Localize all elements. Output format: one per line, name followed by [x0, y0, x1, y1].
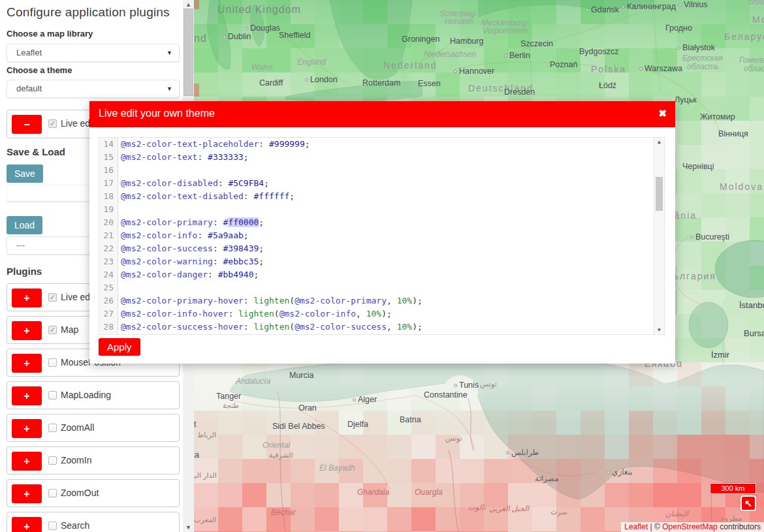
add-plugin-button[interactable]: +	[12, 289, 42, 307]
code-line: 25	[99, 281, 664, 294]
load-button[interactable]: Load	[7, 216, 42, 234]
check-icon: ✓	[50, 119, 56, 127]
code-lines: 14@ms2-color-text-placeholder: #999999;1…	[99, 138, 664, 334]
line-number: 23	[99, 255, 118, 268]
line-number: 25	[99, 281, 118, 294]
code-text: @ms2-color-disabled: #5C9FB4;	[118, 178, 269, 188]
line-number: 28	[99, 321, 118, 334]
code-line: 18@ms2-color-text-disabled: #ffffff;	[99, 190, 664, 203]
save-button[interactable]: Save	[7, 164, 43, 183]
add-plugin-button[interactable]: +	[12, 484, 42, 503]
map-label: Cardiff	[259, 78, 283, 87]
line-number: 14	[99, 138, 118, 151]
map-label: Djelfa	[347, 420, 368, 429]
place-marker-icon	[504, 54, 507, 57]
line-number: 18	[99, 190, 118, 203]
code-line: 15@ms2-color-text: #333333;	[99, 151, 664, 164]
editor-scrollbar-thumb[interactable]	[656, 177, 663, 211]
map-label: Berlin	[504, 51, 530, 60]
map-label: Alger	[353, 395, 377, 404]
plugin-label: ZoomAll	[61, 422, 94, 433]
add-plugin-button[interactable]: +	[12, 321, 42, 340]
add-plugin-button[interactable]: +	[12, 419, 42, 438]
theme-select[interactable]: default ▼	[7, 80, 180, 98]
plugin-checkbox[interactable]	[48, 424, 57, 432]
leaflet-link[interactable]: Leaflet	[624, 522, 648, 531]
map-label: Луцьк	[675, 95, 697, 104]
page-title: Configure application plugins	[7, 5, 170, 20]
map-label: Мор	[752, 14, 764, 25]
editor-scrollbar[interactable]: ▲ ▼	[654, 138, 664, 334]
place-marker-icon	[639, 67, 643, 70]
map-label: Hamburg	[450, 37, 483, 46]
map-label: Гомельская	[739, 55, 764, 65]
plugin-checkbox[interactable]: ✓	[48, 119, 57, 128]
scroll-up-icon[interactable]: ▲	[183, 0, 194, 9]
code-text: @ms2-color-warning: #ebbc35;	[118, 257, 264, 266]
code-line: 22@ms2-color-success: #398439;	[99, 242, 664, 255]
openstreetmap-link[interactable]: OpenStreetMap	[662, 522, 718, 531]
map-label: Warszawa	[639, 64, 682, 73]
scrollbar-thumb[interactable]	[183, 8, 193, 96]
map-label: تونس	[445, 434, 462, 443]
map-label: Bursa	[744, 328, 764, 338]
plugin-checkbox[interactable]	[48, 522, 57, 530]
code-text	[118, 283, 121, 292]
map-label: Oran	[298, 403, 317, 413]
code-text: @ms2-color-text-placeholder: #999999;	[118, 139, 310, 149]
code-line: 26@ms2-color-primary-hover: lighten(@ms2…	[99, 294, 664, 307]
map-label: Житомир	[700, 112, 735, 121]
theme-value: default	[16, 84, 42, 93]
map-label: سرت	[550, 508, 567, 516]
map-label: Sidi Bel Abbes	[272, 422, 325, 431]
place-marker-icon	[622, 5, 625, 8]
apply-button[interactable]: Apply	[99, 338, 140, 356]
scroll-down-icon[interactable]: ▼	[654, 326, 664, 334]
map-label: El Bayadh	[319, 463, 355, 473]
line-number: 20	[99, 216, 118, 229]
add-plugin-button[interactable]: +	[12, 452, 42, 471]
plugin-checkbox[interactable]	[48, 391, 57, 399]
plugin-checkbox[interactable]	[48, 456, 57, 465]
map-label: Niedersachsen	[424, 50, 476, 59]
plugin-checkbox[interactable]: ✓	[48, 326, 57, 334]
plugin-card: +ZoomAll	[7, 414, 180, 442]
collapse-arrow-button[interactable]: ↖	[740, 495, 756, 511]
line-number: 27	[99, 307, 118, 321]
map-label: Andalucía	[236, 377, 270, 386]
map-label: Брестская	[682, 54, 723, 63]
scroll-down-icon[interactable]: ▼	[183, 523, 194, 532]
code-line: 14@ms2-color-text-placeholder: #999999;	[99, 138, 664, 151]
map-label: Poznań	[550, 60, 577, 69]
remove-plugin-button[interactable]: −	[12, 115, 42, 134]
map-label: London	[305, 75, 338, 84]
plugin-checkbox[interactable]	[48, 489, 57, 497]
close-icon[interactable]: ✖	[658, 108, 667, 119]
load-session-value: ---	[16, 240, 25, 250]
add-plugin-button[interactable]: +	[12, 386, 42, 405]
line-number: 17	[99, 177, 118, 190]
place-marker-icon	[690, 236, 693, 239]
code-line: 27@ms2-color-info-hover: lighten(@ms2-co…	[99, 307, 664, 321]
map-label: Holstein	[445, 17, 473, 26]
plugin-checkbox[interactable]	[48, 358, 57, 367]
app-root: United KingdomndDouglasDublinSheffieldWa…	[0, 0, 764, 532]
map-label: Oriental	[263, 441, 290, 450]
plugin-checkbox[interactable]: ✓	[48, 293, 57, 302]
attribution-suffix: contributors	[718, 522, 761, 531]
scroll-up-icon[interactable]: ▲	[654, 138, 664, 146]
code-text: @ms2-color-primary-hover: lighten(@ms2-c…	[118, 296, 422, 305]
map-label: Калининград	[622, 2, 676, 11]
theme-code-editor[interactable]: 14@ms2-color-text-placeholder: #999999;1…	[99, 137, 665, 335]
map-label: نالوت	[468, 503, 486, 512]
code-text	[118, 204, 121, 214]
map-library-select[interactable]: Leaflet ▼	[7, 44, 180, 62]
map-label: nd	[194, 33, 207, 44]
chevron-down-icon: ▼	[167, 44, 172, 61]
add-plugin-button[interactable]: +	[12, 517, 42, 532]
map-label: Gdańsk	[586, 5, 619, 14]
place-marker-icon	[353, 398, 356, 401]
add-plugin-button[interactable]: +	[12, 354, 42, 373]
attribution-separator: | ©	[648, 522, 662, 531]
dialog-header[interactable]: Live edit your own theme ✖	[89, 101, 675, 127]
